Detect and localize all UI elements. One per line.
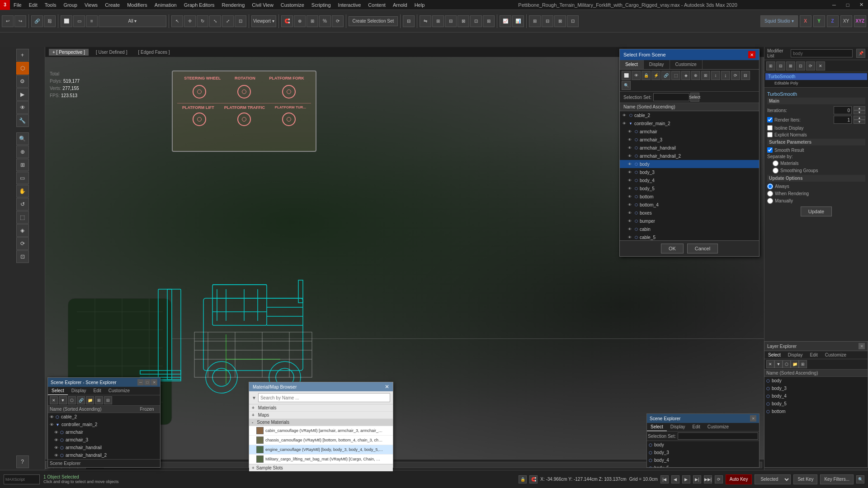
viewport-tab-user[interactable]: [ User Defined ]: [92, 49, 131, 56]
filter-btn[interactable]: ≡: [86, 15, 98, 27]
sidebar-pan-icon[interactable]: ✋: [16, 185, 29, 197]
tb-extra1[interactable]: ⊞: [529, 15, 541, 27]
snap3-btn[interactable]: ⊞: [307, 15, 318, 27]
viewport-tab-perspective[interactable]: + [ Perspective ]: [49, 49, 89, 56]
sb-play-btn[interactable]: ▶: [682, 475, 690, 483]
percent-btn[interactable]: %: [319, 15, 331, 27]
sb-loop-btn[interactable]: ⟳: [715, 475, 723, 483]
selection-set-input[interactable]: [653, 93, 689, 101]
se-icon3[interactable]: 📁: [86, 396, 94, 404]
sel-dialog-icon12[interactable]: ⟳: [731, 71, 740, 80]
sb-play-next-btn[interactable]: ▶|: [693, 475, 701, 483]
se2-tab-edit[interactable]: Edit: [689, 423, 704, 431]
manually-radio[interactable]: [767, 198, 773, 204]
status-search-btn[interactable]: 🔍: [856, 475, 864, 483]
rp-stack-btn4[interactable]: ⊡: [796, 61, 805, 70]
menu-scripting[interactable]: Scripting: [308, 0, 335, 10]
le-tb-btn5[interactable]: ⊞: [799, 360, 807, 368]
tb-extra2[interactable]: ⊟: [542, 15, 553, 27]
menu-animation[interactable]: Animation: [151, 0, 180, 10]
sb-play-end-btn[interactable]: ▶▶|: [704, 475, 712, 483]
move-btn[interactable]: ✛: [184, 15, 196, 27]
select-dialog-close-btn[interactable]: ✕: [748, 51, 755, 58]
scale-btn[interactable]: ⤡: [209, 15, 221, 27]
smoothing-groups-radio[interactable]: [773, 168, 778, 174]
select-btn[interactable]: ⬜: [61, 15, 72, 27]
select-tab-select[interactable]: Select: [620, 60, 644, 69]
sel-dialog-icon4[interactable]: ⚡: [651, 71, 660, 80]
set-key-btn[interactable]: Set Key: [793, 474, 817, 484]
mb-section-materials[interactable]: Materials: [249, 404, 393, 412]
render-iter-down-btn[interactable]: ▼: [854, 120, 865, 124]
smooth-result-checkbox[interactable]: [767, 147, 773, 153]
axis-xyz[interactable]: XYZ: [854, 15, 866, 27]
align4-btn[interactable]: ⊞: [483, 15, 495, 27]
sel-dialog-icon11[interactable]: ↨: [721, 71, 730, 80]
auto-key-btn[interactable]: Auto Key: [726, 474, 752, 484]
sidebar-zoom-region-icon[interactable]: ▭: [16, 172, 29, 184]
se-icon1[interactable]: ⬡: [68, 396, 76, 404]
le-tb-btn2[interactable]: ▼: [774, 360, 783, 368]
update-btn[interactable]: Update: [801, 206, 832, 216]
le-item-body4[interactable]: ⬡ body_4: [764, 392, 868, 400]
menu-help[interactable]: Help: [411, 0, 429, 10]
sidebar-zoom-icon[interactable]: 🔍: [16, 132, 29, 145]
select-dialog-list[interactable]: 👁 ⬡ cable_2 👁 ▼ controller_main_2 👁 ⬡ ar…: [620, 111, 759, 240]
axis-x[interactable]: X: [800, 15, 811, 27]
dialog-list-item-body5[interactable]: 👁 ⬡ body_5: [620, 184, 759, 192]
dialog-list-item-armchair3[interactable]: 👁 ⬡ armchair_3: [620, 136, 759, 144]
sidebar-motion-icon[interactable]: ▶: [16, 88, 29, 101]
sidebar-modify-icon[interactable]: ⬡: [16, 62, 29, 75]
mb-section-scene-materials[interactable]: Scene Materials: [249, 419, 393, 426]
se-item-controller2[interactable]: 👁 ▼ controller_main_2: [48, 421, 160, 428]
sel-dialog-icon2[interactable]: 👁: [632, 71, 641, 80]
dialog-list-item-bottom[interactable]: 👁 ⬡ bottom: [620, 192, 759, 201]
close-btn[interactable]: ✕: [854, 0, 868, 10]
le-tb-btn1[interactable]: ✕: [766, 360, 774, 368]
menu-views[interactable]: Views: [81, 0, 101, 10]
tb-extra3[interactable]: ⊠: [554, 15, 566, 27]
dialog-list-item-body[interactable]: 👁 ⬡ body: [620, 160, 759, 168]
sel-dialog-icon7[interactable]: ◈: [681, 71, 690, 80]
materials-radio[interactable]: [773, 160, 778, 166]
se-item-armchair3[interactable]: 👁 ⬡ armchair_3: [48, 436, 160, 444]
se-item-cable2[interactable]: 👁 ⬡ cable_2: [48, 413, 160, 421]
rp-stack-btn1[interactable]: ⊞: [766, 61, 775, 70]
le-tab-display[interactable]: Display: [784, 351, 807, 359]
se-min-btn[interactable]: ─: [137, 379, 144, 385]
sidebar-orbit-icon[interactable]: ↺: [16, 198, 29, 211]
select-tab-display[interactable]: Display: [644, 60, 670, 69]
snap2-btn[interactable]: ⊕: [294, 15, 306, 27]
select-dialog-titlebar[interactable]: Select From Scene ✕: [620, 49, 759, 60]
dialog-list-item-controller2[interactable]: 👁 ▼ controller_main_2: [620, 119, 759, 127]
create-selection-btn[interactable]: Create Selection Set: [349, 16, 398, 26]
when-rendering-radio[interactable]: [767, 191, 773, 197]
le-item-body5[interactable]: ⬡ body_5: [764, 400, 868, 408]
array-btn[interactable]: ⊞: [432, 15, 444, 27]
mirror-btn[interactable]: ⇋: [420, 15, 431, 27]
named-sel-btn[interactable]: ⊟: [403, 15, 415, 27]
sidebar-arc-rotate-icon[interactable]: ⟳: [16, 237, 29, 250]
se-close-btn[interactable]: ✕: [151, 379, 157, 385]
mb-sample-slots[interactable]: + Sample Slots: [249, 464, 393, 471]
menu-graph-editors[interactable]: Graph Editors: [180, 0, 218, 10]
le-item-body[interactable]: ⬡ body: [764, 377, 868, 385]
sel-dialog-icon13[interactable]: ⊟: [741, 71, 750, 80]
sel-dialog-icon10[interactable]: ↕: [711, 71, 720, 80]
se-tab-customize[interactable]: Customize: [105, 387, 133, 395]
menu-customize[interactable]: Customize: [277, 0, 308, 10]
rotate-btn[interactable]: ↻: [197, 15, 208, 27]
se2-tab-display[interactable]: Display: [667, 423, 689, 431]
menu-content[interactable]: Content: [364, 0, 389, 10]
menu-group[interactable]: Group: [60, 0, 81, 10]
undo-btn[interactable]: ↩: [2, 15, 14, 27]
viewport-btn[interactable]: Viewport ▾: [251, 15, 276, 27]
sel-dialog-icon6[interactable]: ⬚: [671, 71, 680, 80]
align3-btn[interactable]: ⊡: [470, 15, 482, 27]
sel-set-btn[interactable]: Select: [690, 93, 699, 102]
selected-dropdown[interactable]: Selected: [755, 474, 791, 484]
sidebar-min-max-icon[interactable]: ⊡: [16, 250, 29, 263]
mb-section-maps[interactable]: Maps: [249, 412, 393, 419]
explicit-normals-checkbox[interactable]: [767, 132, 773, 137]
scale3-btn[interactable]: ⊡: [235, 15, 246, 27]
